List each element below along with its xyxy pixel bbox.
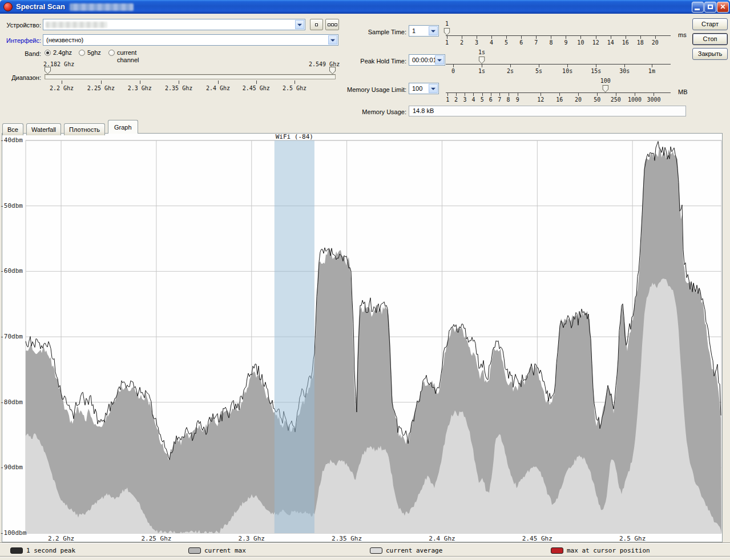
slider-thumb[interactable] <box>443 28 450 35</box>
slider-tick-label: 10s <box>562 68 572 74</box>
memory-usage-field: 14.8 kB <box>409 106 686 116</box>
restore-icon <box>708 5 713 9</box>
title-bar[interactable]: Spectral Scan ✕ <box>0 0 730 14</box>
slider-tick <box>518 92 518 96</box>
slider-tick-label: 16 <box>556 96 563 103</box>
slider-tick-label: 2 <box>460 39 463 46</box>
slider-tick <box>611 35 611 39</box>
slider-tick <box>491 35 492 39</box>
slider-track[interactable] <box>446 64 671 65</box>
close-window-button[interactable]: ✕ <box>717 2 729 13</box>
slider-tick <box>447 92 448 96</box>
slider-thumb[interactable] <box>602 85 608 92</box>
radio-2_4ghz-label[interactable]: 2.4ghz <box>53 49 72 57</box>
slider-tick <box>652 64 652 67</box>
slider-tick-label: 250 <box>611 96 621 103</box>
restore-button[interactable] <box>704 2 716 13</box>
x-axis-tick-label: 2.3 Ghz <box>232 535 272 542</box>
tab-all[interactable]: Все <box>2 123 23 135</box>
slider-tick-label: 12 <box>537 96 544 103</box>
slider-tick-label: 6 <box>519 39 523 46</box>
slider-tick-label: 2 <box>454 96 458 103</box>
slider-tick <box>616 92 616 96</box>
slider-tick-label: 14 <box>607 39 614 46</box>
range-slider-track[interactable] <box>45 74 336 79</box>
legend-label: max at cursor position <box>567 547 650 554</box>
peak-hold-dropdown-button[interactable] <box>435 55 444 65</box>
memory-limit-slider[interactable]: 1234567891216205025010003000100 <box>446 78 671 105</box>
peak-hold-slider[interactable]: 01s2s5s10s15s30s1m1s <box>446 49 671 76</box>
slider-track[interactable] <box>446 92 671 93</box>
slider-tick <box>635 92 635 96</box>
slider-thumb[interactable] <box>479 57 485 64</box>
memory-limit-combobox[interactable]: 100 <box>409 83 439 94</box>
slider-tick <box>462 35 462 39</box>
sample-time-dropdown-button[interactable] <box>429 26 438 35</box>
chevron-down-icon <box>431 88 435 90</box>
legend-item: current average <box>370 546 442 554</box>
slider-tick <box>654 92 654 96</box>
tab-density[interactable]: Плотность <box>64 123 105 135</box>
y-axis-tick-label: -50dbm <box>0 202 23 210</box>
range-tick <box>101 80 102 84</box>
range-tick-label: 2.5 Ghz <box>283 85 306 91</box>
slider-tick-label: 1m <box>648 68 655 74</box>
y-axis-tick-label: -100dbm <box>0 529 23 537</box>
range-label: Диапазон: <box>1 74 41 82</box>
sample-time-combobox[interactable]: 1 <box>409 25 439 37</box>
slider-tick <box>536 35 537 39</box>
close-button[interactable]: Закрыть <box>692 48 728 60</box>
radio-2_4ghz[interactable] <box>45 50 51 56</box>
device-dropdown-button[interactable] <box>295 20 304 29</box>
slider-tick <box>626 35 626 39</box>
range-high-handle[interactable] <box>329 67 336 74</box>
slider-tick-label: 0 <box>451 68 455 74</box>
slider-thumb-value: 1 <box>445 21 449 27</box>
peak-hold-label: Peak Hold Time: <box>341 57 406 65</box>
slider-tick <box>510 64 511 67</box>
slider-tick-label: 4 <box>471 96 475 103</box>
range-low-handle[interactable] <box>45 67 51 74</box>
slider-track[interactable] <box>446 35 671 36</box>
slider-tick-label: 7 <box>498 96 501 103</box>
radio-current-channel-label[interactable]: current channel <box>117 49 139 64</box>
chevron-down-icon <box>431 30 435 33</box>
x-axis-tick-label: 2.45 Ghz <box>517 535 557 542</box>
slider-tick-label: 3 <box>463 96 466 103</box>
radio-5ghz[interactable] <box>79 50 85 56</box>
slider-tick-label: 20 <box>652 39 659 46</box>
interface-dropdown-button[interactable] <box>328 35 337 45</box>
wifi-band-label: WiFi (-84) <box>266 133 323 140</box>
window-title: Spectral Scan <box>16 2 65 11</box>
slider-tick <box>655 35 656 39</box>
start-button[interactable]: Старт <box>692 18 728 30</box>
tab-graph[interactable]: Graph <box>108 120 138 134</box>
stop-button[interactable]: Стоп <box>692 33 728 45</box>
slider-tick <box>551 35 551 39</box>
tab-waterfall[interactable]: Waterfall <box>26 123 61 135</box>
memory-limit-dropdown-button[interactable] <box>429 84 438 93</box>
peak-hold-combobox[interactable]: 00:00:01 <box>409 54 445 66</box>
range-tick <box>218 80 219 84</box>
slider-tick <box>456 92 457 96</box>
radio-5ghz-label[interactable]: 5ghz <box>87 49 101 57</box>
single-box-icon <box>315 23 318 26</box>
device-option-button[interactable] <box>310 19 323 30</box>
sample-time-slider[interactable]: 1234567891012141618201 <box>446 21 671 48</box>
y-axis-tick-label: -70dbm <box>0 333 23 340</box>
chevron-down-icon <box>297 24 302 26</box>
interface-value: (неизвестно) <box>46 37 83 43</box>
chevron-down-icon <box>437 59 442 62</box>
minimize-button[interactable] <box>692 2 704 13</box>
legend-swatch <box>188 547 201 554</box>
radio-current-channel[interactable] <box>108 50 115 56</box>
close-icon: ✕ <box>717 3 728 11</box>
interface-combobox[interactable]: (неизвестно) <box>43 34 338 46</box>
y-axis-tick-label: -60dbm <box>0 267 23 275</box>
device-combobox[interactable] <box>43 19 305 30</box>
range-tick <box>140 80 140 84</box>
slider-tick <box>640 35 641 39</box>
slider-tick-label: 8 <box>549 39 552 46</box>
device-list-button[interactable] <box>325 19 339 30</box>
legend-swatch <box>10 547 23 554</box>
